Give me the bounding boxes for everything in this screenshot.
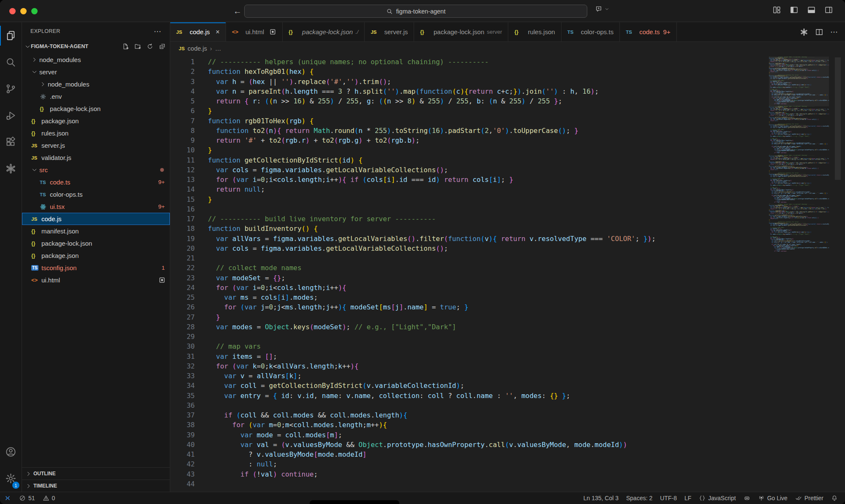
minimize-window-button[interactable]	[20, 8, 27, 14]
line-number: 41	[170, 450, 195, 459]
code-editor[interactable]: 1// ---------- helpers (unique names; no…	[170, 55, 845, 492]
file-item-server[interactable]: server	[22, 66, 170, 78]
toggle-primary-sidebar-icon[interactable]	[790, 5, 799, 14]
section-outline[interactable]: OUTLINE	[22, 467, 170, 480]
status-notifications[interactable]	[827, 492, 842, 504]
file-item-ui.html[interactable]: <>ui.html	[22, 274, 170, 286]
new-folder-icon[interactable]	[134, 43, 141, 50]
file-item-src[interactable]: src	[22, 164, 170, 176]
close-window-button[interactable]	[9, 8, 16, 14]
activity-search[interactable]	[0, 49, 22, 76]
problem-count-badge: 9+	[158, 203, 165, 210]
file-label: src	[39, 166, 48, 173]
file-item-tsconfig.json[interactable]: TStsconfig.json1	[22, 262, 170, 274]
file-item-node_modules[interactable]: node_modules	[22, 54, 170, 66]
nav-back-button[interactable]: ←	[232, 5, 243, 17]
section-timeline[interactable]: TIMELINE	[22, 480, 170, 492]
sidebar-title: EXPLORER	[30, 28, 60, 34]
breadcrumb-file[interactable]: code.js	[188, 45, 207, 52]
tab-code.js[interactable]: JScode.js×	[170, 22, 226, 41]
activity-accounts[interactable]	[0, 439, 22, 465]
code-line: 27 }	[170, 312, 769, 322]
tab-ui.html[interactable]: <>ui.html	[226, 22, 283, 41]
file-item-code.js[interactable]: JScode.js	[22, 213, 170, 225]
activity-extensions[interactable]	[0, 129, 22, 155]
collapse-all-icon[interactable]	[159, 43, 166, 50]
code-line: 17// ---------- build live inventory for…	[170, 214, 769, 224]
copilot-chat-button[interactable]	[595, 5, 609, 13]
minimap-viewport[interactable]	[769, 57, 829, 106]
line-number: 42	[170, 459, 195, 469]
close-tab-icon[interactable]: ×	[216, 28, 220, 36]
activity-openai[interactable]	[0, 155, 22, 182]
activity-explorer[interactable]	[0, 22, 22, 49]
json-icon: {}	[31, 130, 41, 136]
toggle-panel-icon[interactable]	[807, 5, 816, 14]
line-number: 14	[170, 184, 195, 194]
tab-bar: JScode.js×<>ui.html{}package-lock.json./…	[170, 22, 845, 42]
tab-label: package-lock.json	[302, 28, 353, 35]
status-go-live[interactable]: Go Live	[754, 492, 791, 504]
tab-package-lock.json[interactable]: {}package-lock.json./	[283, 22, 365, 41]
file-item-manifest.json[interactable]: {}manifest.json	[22, 225, 170, 237]
file-item-package-lock.json[interactable]: {}package-lock.json	[22, 103, 170, 115]
status-language-mode[interactable]: JavaScript	[695, 492, 739, 504]
split-editor-icon[interactable]	[815, 28, 823, 36]
file-item-rules.json[interactable]: {}rules.json	[22, 127, 170, 139]
tab-color-ops.ts[interactable]: TScolor-ops.ts	[562, 22, 620, 41]
more-actions-icon[interactable]: ⋯	[830, 27, 838, 37]
file-item-ui.tsx[interactable]: ui.tsx9+	[22, 201, 170, 213]
line-number: 10	[170, 145, 195, 155]
status-cursor-position[interactable]: Ln 135, Col 3	[580, 492, 622, 504]
traffic-lights	[9, 8, 38, 14]
error-icon	[19, 495, 26, 501]
file-label: server	[39, 68, 57, 76]
refresh-icon[interactable]	[147, 43, 153, 50]
file-item-validator.js[interactable]: JSvalidator.js	[22, 152, 170, 164]
new-file-icon[interactable]	[122, 43, 129, 50]
status-remote[interactable]	[0, 492, 15, 504]
sidebar-more-actions[interactable]: ⋯	[154, 27, 161, 36]
code-line: 23 var modeSet = {};	[170, 273, 769, 283]
command-center-search[interactable]: figma-token-agent	[244, 5, 587, 18]
editor-scrollbar[interactable]	[835, 57, 841, 180]
line-number: 44	[170, 479, 195, 489]
tab-rules.json[interactable]: {}rules.json	[508, 22, 561, 41]
activity-run-debug[interactable]	[0, 102, 22, 129]
tab-code.ts[interactable]: TScode.ts9+	[620, 22, 676, 41]
file-item-package.json[interactable]: {}package.json	[22, 249, 170, 262]
customize-layout-icon[interactable]	[772, 5, 781, 14]
minimap[interactable]: // ---------- helpers (unique names; no …	[769, 57, 829, 259]
line-number: 11	[170, 155, 195, 165]
file-item-package-lock.json[interactable]: {}package-lock.json	[22, 237, 170, 249]
activity-source-control[interactable]	[0, 76, 22, 102]
status-problems-errors[interactable]: 51	[15, 492, 39, 504]
tab-problem-badge: 9+	[663, 28, 671, 35]
tab-server.js[interactable]: JSserver.js	[365, 22, 414, 41]
project-section-header[interactable]: FIGMA-TOKEN-AGENT	[22, 40, 170, 53]
file-item-package.json[interactable]: {}package.json	[22, 115, 170, 127]
openai-icon[interactable]	[800, 28, 808, 36]
file-item-color-ops.ts[interactable]: TScolor-ops.ts	[22, 188, 170, 201]
file-item-node_modules[interactable]: node_modules	[22, 78, 170, 90]
status-prettier[interactable]: Prettier	[791, 492, 827, 504]
code-lines: 1// ---------- helpers (unique names; no…	[170, 57, 769, 489]
status-eol[interactable]: LF	[681, 492, 695, 504]
status-encoding[interactable]: UTF-8	[656, 492, 681, 504]
file-item-.env[interactable]: .env	[22, 90, 170, 103]
breadcrumb-more[interactable]: …	[215, 45, 221, 52]
file-item-server.js[interactable]: JSserver.js	[22, 139, 170, 152]
status-indentation[interactable]: Spaces: 2	[622, 492, 656, 504]
tab-package-lock.json[interactable]: {}package-lock.jsonserver	[414, 22, 508, 41]
status-copilot[interactable]	[740, 492, 754, 504]
activity-settings[interactable]: 1	[0, 465, 22, 492]
zoom-window-button[interactable]	[31, 8, 38, 14]
toggle-secondary-sidebar-icon[interactable]	[824, 5, 833, 14]
status-problems-warnings[interactable]: 0	[39, 492, 59, 504]
js-icon: JS	[371, 30, 381, 35]
workbench: 1 EXPLORER ⋯ FIGMA-TOKEN-AGENT node_modu…	[0, 22, 845, 492]
line-number: 21	[170, 253, 195, 263]
code-line: 29	[170, 332, 769, 341]
code-line: 9 return '#' + to2(rgb.r) + to2(rgb.g) +…	[170, 135, 769, 145]
file-item-code.ts[interactable]: TScode.ts9+	[22, 176, 170, 188]
